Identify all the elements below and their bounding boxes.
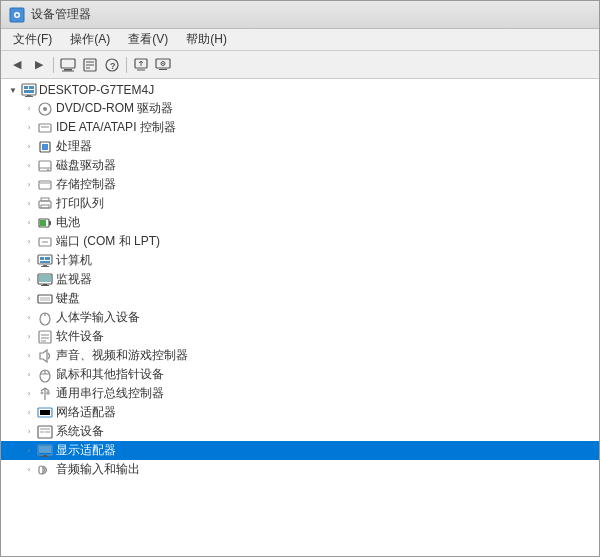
- label-battery: 电池: [56, 214, 80, 231]
- menu-help[interactable]: 帮助(H): [178, 29, 235, 50]
- help-btn[interactable]: ?: [102, 55, 122, 75]
- root-expand-arrow[interactable]: ▼: [5, 82, 21, 98]
- tree-item-usb[interactable]: › 通用串行总线控制器: [1, 384, 599, 403]
- title-bar: 设备管理器: [1, 1, 599, 29]
- arrow-print[interactable]: ›: [21, 196, 37, 212]
- tree-item-audio[interactable]: › 音频输入和输出: [1, 460, 599, 479]
- toolbar: ◀ ▶ ?: [1, 51, 599, 79]
- arrow-hid[interactable]: ›: [21, 310, 37, 326]
- arrow-monitor[interactable]: ›: [21, 272, 37, 288]
- label-sound: 声音、视频和游戏控制器: [56, 347, 188, 364]
- menu-bar: 文件(F) 操作(A) 查看(V) 帮助(H): [1, 29, 599, 51]
- tree-item-print[interactable]: › 打印队列: [1, 194, 599, 213]
- svg-rect-75: [40, 428, 50, 430]
- tree-item-monitor[interactable]: › 监视器: [1, 270, 599, 289]
- svg-rect-54: [38, 295, 52, 303]
- tree-item-keyboard[interactable]: › 键盘: [1, 289, 599, 308]
- svg-rect-51: [39, 275, 51, 282]
- arrow-sound[interactable]: ›: [21, 348, 37, 364]
- tree-item-network[interactable]: › 网络适配器: [1, 403, 599, 422]
- svg-point-33: [47, 169, 49, 171]
- svg-rect-70: [47, 392, 49, 394]
- arrow-computer[interactable]: ›: [21, 253, 37, 269]
- arrow-network[interactable]: ›: [21, 405, 37, 421]
- label-system: 系统设备: [56, 423, 104, 440]
- svg-marker-63: [40, 350, 47, 362]
- toolbar-separator-2: [126, 57, 127, 73]
- tree-item-hid[interactable]: › 人体学输入设备: [1, 308, 599, 327]
- arrow-dvd[interactable]: ›: [21, 101, 37, 117]
- svg-point-71: [41, 392, 43, 394]
- tree-item-software[interactable]: › 软件设备: [1, 327, 599, 346]
- svg-rect-45: [40, 257, 44, 260]
- label-monitor: 监视器: [56, 271, 92, 288]
- arrow-audio[interactable]: ›: [21, 462, 37, 478]
- svg-rect-38: [41, 205, 49, 208]
- svg-rect-76: [40, 431, 44, 433]
- arrow-storage[interactable]: ›: [21, 177, 37, 193]
- arrow-cpu[interactable]: ›: [21, 139, 37, 155]
- label-cpu: 处理器: [56, 138, 92, 155]
- label-storage: 存储控制器: [56, 176, 116, 193]
- back-button[interactable]: ◀: [7, 55, 27, 75]
- label-mouse: 鼠标和其他指针设备: [56, 366, 164, 383]
- forward-button[interactable]: ▶: [29, 55, 49, 75]
- scan-btn[interactable]: [131, 55, 151, 75]
- tree-item-sound[interactable]: › 声音、视频和游戏控制器: [1, 346, 599, 365]
- tree-item-disk[interactable]: › 磁盘驱动器: [1, 156, 599, 175]
- svg-rect-49: [41, 266, 49, 267]
- tree-item-mouse[interactable]: › 鼠标和其他指针设备: [1, 365, 599, 384]
- svg-rect-20: [24, 86, 28, 89]
- label-hid: 人体学输入设备: [56, 309, 140, 326]
- monitor-btn[interactable]: [153, 55, 173, 75]
- label-computer: 计算机: [56, 252, 92, 269]
- arrow-software[interactable]: ›: [21, 329, 37, 345]
- label-ide: IDE ATA/ATAPI 控制器: [56, 119, 176, 136]
- tree-item-port[interactable]: › 端口 (COM 和 LPT): [1, 232, 599, 251]
- svg-rect-73: [40, 410, 50, 415]
- tree-item-dvd[interactable]: › DVD/CD-ROM 驱动器: [1, 99, 599, 118]
- tree-item-system[interactable]: › 系统设备: [1, 422, 599, 441]
- arrow-display[interactable]: ›: [21, 443, 37, 459]
- toolbar-separator-1: [53, 57, 54, 73]
- label-audio: 音频输入和输出: [56, 461, 140, 478]
- tree-item-storage[interactable]: › 存储控制器: [1, 175, 599, 194]
- properties-btn[interactable]: [80, 55, 100, 75]
- tree-root[interactable]: ▼ DESKTOP-G7TEM4J: [1, 81, 599, 99]
- label-software: 软件设备: [56, 328, 104, 345]
- svg-rect-41: [40, 220, 46, 226]
- arrow-usb[interactable]: ›: [21, 386, 37, 402]
- svg-rect-21: [29, 86, 34, 89]
- tree-item-display[interactable]: › 显示适配器: [1, 441, 599, 460]
- svg-rect-4: [64, 69, 72, 71]
- arrow-disk[interactable]: ›: [21, 158, 37, 174]
- menu-action[interactable]: 操作(A): [62, 29, 118, 50]
- menu-view[interactable]: 查看(V): [120, 29, 176, 50]
- arrow-mouse[interactable]: ›: [21, 367, 37, 383]
- svg-rect-30: [42, 144, 48, 150]
- arrow-system[interactable]: ›: [21, 424, 37, 440]
- label-keyboard: 键盘: [56, 290, 80, 307]
- menu-file[interactable]: 文件(F): [5, 29, 60, 50]
- svg-rect-81: [41, 456, 49, 457]
- tree-item-ide[interactable]: › IDE ATA/ATAPI 控制器: [1, 118, 599, 137]
- svg-point-2: [16, 13, 19, 16]
- label-disk: 磁盘驱动器: [56, 157, 116, 174]
- svg-rect-22: [24, 90, 34, 93]
- label-usb: 通用串行总线控制器: [56, 385, 164, 402]
- tree-item-cpu[interactable]: › 处理器: [1, 137, 599, 156]
- computer-btn[interactable]: [58, 55, 78, 75]
- tree-item-computer[interactable]: › 计算机: [1, 251, 599, 270]
- arrow-ide[interactable]: ›: [21, 120, 37, 136]
- arrow-keyboard[interactable]: ›: [21, 291, 37, 307]
- tree-item-battery[interactable]: › 电池: [1, 213, 599, 232]
- root-label: DESKTOP-G7TEM4J: [39, 83, 154, 97]
- device-tree[interactable]: ▼ DESKTOP-G7TEM4J › DVD/CD-ROM 驱动器 › IDE…: [1, 79, 599, 556]
- arrow-battery[interactable]: ›: [21, 215, 37, 231]
- arrow-port[interactable]: ›: [21, 234, 37, 250]
- svg-rect-31: [39, 161, 51, 171]
- svg-rect-40: [49, 221, 51, 225]
- label-print: 打印队列: [56, 195, 104, 212]
- label-dvd: DVD/CD-ROM 驱动器: [56, 100, 173, 117]
- svg-rect-79: [39, 446, 51, 453]
